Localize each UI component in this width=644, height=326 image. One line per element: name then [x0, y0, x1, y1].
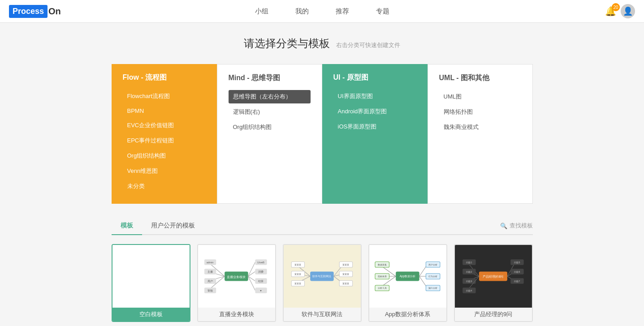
svg-text:问题7: 问题7 — [514, 280, 520, 283]
template-label-blank: 空白模板 — [112, 308, 190, 321]
template-thumb-zhibo: 直播业务模块 admin 主播 用户 审核 — [198, 245, 275, 308]
template-tabs: 模板 用户公开的模板 🔍 查找模板 — [112, 217, 533, 235]
svg-text:LliveB: LliveB — [257, 261, 264, 264]
category-card-flow[interactable]: Flow - 流程图 Flowchart流程图 BPMN EVC企业价值链图 E… — [112, 64, 217, 204]
category-title-ui: UI - 原型图 — [333, 73, 416, 82]
search-label: 查找模板 — [510, 222, 533, 230]
template-card-app[interactable]: App数据分析 数据采集 指标体系 分析工具 用户分析 — [368, 244, 447, 322]
category-item[interactable]: 魏朱商业模式 — [439, 120, 521, 134]
svg-text:产品经理的9问: 产品经理的9问 — [483, 275, 504, 278]
template-card-blank[interactable]: 空白模板 — [112, 244, 190, 322]
svg-text:结算: 结算 — [258, 280, 264, 283]
template-thumb-blank — [112, 245, 190, 308]
header: Process On 小组 我的 推荐 专题 🔔 20 👤 — [0, 0, 644, 23]
search-icon: 🔍 — [500, 223, 507, 229]
category-card-ui[interactable]: UI - 原型图 UI界面原型图 Android界面原型图 iOS界面原型图 — [322, 64, 428, 204]
svg-text:直播业务模块: 直播业务模块 — [227, 275, 246, 279]
category-item[interactable]: 未分类 — [123, 180, 206, 193]
logo-text: On — [48, 6, 61, 17]
category-item[interactable]: UML图 — [439, 90, 521, 103]
notification-badge: 20 — [612, 3, 620, 11]
main-content: 请选择分类与模板 右击分类可快速创建文件 Flow - 流程图 Flowchar… — [103, 23, 542, 326]
template-thumb-app: App数据分析 数据采集 指标体系 分析工具 用户分析 — [369, 245, 446, 308]
template-label-zhibo: 直播业务模块 — [198, 308, 275, 321]
svg-text:分析工具: 分析工具 — [378, 287, 387, 289]
template-thumb-product: 产品经理的9问 问题1 问题2 问题3 问题4 — [455, 245, 532, 308]
template-label-app: App数据分析体系 — [369, 308, 446, 321]
category-item[interactable]: UI界面原型图 — [333, 90, 416, 103]
category-item[interactable]: 网络拓扑图 — [439, 105, 521, 119]
svg-text:行为分析: 行为分析 — [428, 275, 437, 278]
template-thumb-software: 软件与互联网法 某某某 某某某 某某某 某某某 — [284, 245, 361, 308]
page-title-row: 请选择分类与模板 右击分类可快速创建文件 — [112, 36, 533, 51]
category-item-mind-selected[interactable]: 思维导图（左右分布） — [229, 90, 311, 103]
tab-templates[interactable]: 模板 — [112, 217, 142, 235]
svg-text:用户分析: 用户分析 — [428, 263, 437, 266]
svg-text:问题6: 问题6 — [514, 270, 520, 273]
svg-text:问题5: 问题5 — [514, 261, 520, 264]
svg-text:问题4: 问题4 — [466, 289, 472, 292]
svg-text:某某某: 某某某 — [343, 282, 350, 285]
svg-text:主播: 主播 — [207, 270, 213, 273]
template-card-product[interactable]: 产品经理的9问 问题1 问题2 问题3 问题4 — [454, 244, 533, 322]
nav-item-topic[interactable]: 专题 — [376, 5, 389, 17]
svg-text:某某某: 某某某 — [343, 273, 350, 275]
category-item[interactable]: BPMN — [123, 105, 206, 117]
svg-text:admin: admin — [207, 261, 214, 264]
svg-text:问题1: 问题1 — [466, 261, 472, 264]
category-item[interactable]: Org组织结构图 — [123, 149, 206, 163]
category-title-mind: Mind - 思维导图 — [229, 73, 311, 83]
svg-text:软件与互联网法: 软件与互联网法 — [312, 275, 331, 278]
category-item[interactable]: Flowchart流程图 — [123, 90, 206, 103]
svg-text:问题2: 问题2 — [466, 270, 472, 273]
template-label-product: 产品经理的9问 — [455, 308, 532, 321]
template-card-zhibo[interactable]: 直播业务模块 admin 主播 用户 审核 — [197, 244, 276, 322]
nav-item-mine[interactable]: 我的 — [295, 5, 309, 17]
svg-text:App数据分析: App数据分析 — [400, 275, 415, 278]
svg-text:漏斗分析: 漏斗分析 — [428, 287, 437, 289]
category-grid: Flow - 流程图 Flowchart流程图 BPMN EVC企业价值链图 E… — [112, 64, 533, 204]
logo[interactable]: Process On — [9, 5, 61, 18]
category-item[interactable]: 逻辑图(右) — [229, 105, 311, 119]
category-item[interactable]: Venn维恩图 — [123, 164, 206, 178]
tab-public-templates[interactable]: 用户公开的模板 — [142, 217, 204, 235]
svg-text:问题3: 问题3 — [466, 280, 472, 283]
svg-text:某某某: 某某某 — [294, 263, 301, 266]
page-subtitle: 右击分类可快速创建文件 — [336, 42, 400, 48]
page-title: 请选择分类与模板 — [244, 37, 330, 49]
category-card-mind[interactable]: Mind - 思维导图 思维导图（左右分布） 逻辑图(右) Org组织结构图 — [217, 64, 322, 204]
template-search[interactable]: 🔍 查找模板 — [500, 222, 533, 230]
svg-text:审核: 审核 — [207, 289, 213, 292]
category-item[interactable]: EPC事件过程链图 — [123, 134, 206, 147]
svg-text:消费: 消费 — [258, 270, 264, 273]
svg-text:指标体系: 指标体系 — [377, 275, 387, 278]
template-card-software[interactable]: 软件与互联网法 某某某 某某某 某某某 某某某 — [283, 244, 362, 322]
header-right: 🔔 20 👤 — [605, 4, 635, 18]
svg-text:数据采集: 数据采集 — [378, 263, 387, 266]
svg-text:某某某: 某某某 — [294, 273, 301, 275]
template-label-software: 软件与互联网法 — [284, 308, 361, 321]
category-item[interactable]: Org组织结构图 — [229, 120, 311, 134]
svg-text:某某某: 某某某 — [343, 263, 350, 266]
svg-text:♥: ♥ — [260, 289, 262, 292]
template-section: 模板 用户公开的模板 🔍 查找模板 空白模板 直播业务模块 — [112, 217, 533, 326]
svg-text:用户: 用户 — [207, 279, 213, 283]
template-grid: 空白模板 直播业务模块 admin 主播 — [112, 244, 533, 322]
category-title-flow: Flow - 流程图 — [123, 73, 206, 82]
notification-icon[interactable]: 🔔 20 — [605, 6, 616, 17]
category-title-uml: UML - 图和其他 — [439, 73, 521, 83]
avatar[interactable]: 👤 — [621, 4, 635, 18]
nav-item-group[interactable]: 小组 — [255, 5, 268, 17]
svg-text:某某某: 某某某 — [294, 282, 301, 285]
category-item[interactable]: Android界面原型图 — [333, 105, 416, 118]
logo-box: Process — [9, 5, 48, 18]
nav-item-recommend[interactable]: 推荐 — [336, 5, 349, 17]
category-item[interactable]: EVC企业价值链图 — [123, 119, 206, 132]
category-card-uml[interactable]: UML - 图和其他 UML图 网络拓扑图 魏朱商业模式 — [428, 64, 533, 204]
category-item[interactable]: iOS界面原型图 — [333, 120, 416, 133]
header-nav: 小组 我的 推荐 专题 — [255, 5, 389, 17]
